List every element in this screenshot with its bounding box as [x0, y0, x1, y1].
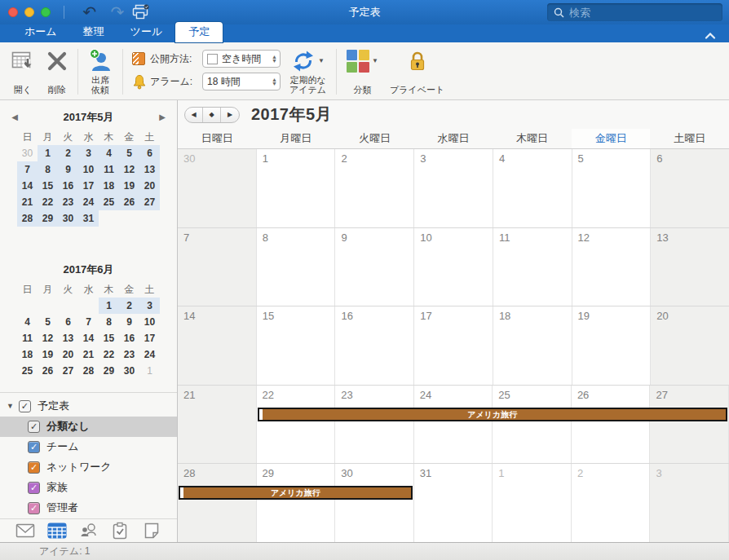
mini-cal-day[interactable]: 25: [17, 363, 38, 379]
mini-cal-day[interactable]: 9: [58, 161, 78, 178]
day-cell[interactable]: 8: [257, 228, 336, 306]
mini-cal-day[interactable]: 19: [119, 178, 139, 194]
mini-cal-day[interactable]: 14: [17, 178, 38, 194]
calendar-category-row[interactable]: ✓管理者: [0, 498, 177, 518]
mini-cal-day[interactable]: 16: [119, 330, 139, 346]
mini-cal-day[interactable]: 30: [58, 210, 78, 227]
calendar-group-row[interactable]: ▼✓予定表: [0, 396, 177, 417]
print-icon[interactable]: [131, 4, 159, 20]
mini-cal-day[interactable]: 20: [58, 346, 78, 363]
event-bar[interactable]: アメリカ旅行: [179, 486, 413, 500]
category-checkbox[interactable]: ✓: [28, 502, 40, 514]
mini-cal-day[interactable]: 6: [58, 314, 78, 330]
mini-cal-day[interactable]: 8: [99, 314, 119, 330]
mini-cal-day[interactable]: 18: [99, 178, 119, 194]
mini-cal-day[interactable]: 15: [99, 330, 119, 346]
tab-home[interactable]: ホーム: [11, 22, 70, 42]
day-cell[interactable]: 10: [414, 228, 493, 306]
mini-cal-day[interactable]: 6: [139, 145, 160, 161]
event-resize-handle[interactable]: [180, 487, 183, 498]
mini-cal-day[interactable]: 30: [17, 145, 38, 161]
day-cell[interactable]: 24: [414, 386, 493, 464]
mini-cal-day[interactable]: 9: [119, 314, 139, 330]
mini-cal-day[interactable]: 22: [38, 194, 58, 210]
mini-cal-day[interactable]: 13: [58, 330, 78, 346]
disclosure-triangle-icon[interactable]: ▼: [7, 402, 14, 410]
day-cell[interactable]: 18: [493, 306, 572, 385]
day-cell[interactable]: 28: [178, 464, 257, 542]
mini-cal-day[interactable]: 3: [139, 298, 160, 314]
show-as-dropdown[interactable]: 空き時間 ▲▼: [202, 50, 281, 68]
mini-cal-day[interactable]: 30: [119, 363, 139, 379]
mini-cal-day[interactable]: 1: [139, 363, 160, 379]
close-window-button[interactable]: [8, 7, 18, 17]
mini-cal-day[interactable]: 17: [78, 178, 99, 194]
mini-cal-day[interactable]: 23: [58, 194, 78, 210]
mini-cal-day[interactable]: 28: [17, 210, 38, 227]
day-cell[interactable]: 20: [651, 306, 729, 385]
invite-attendees-button[interactable]: 出席 依頼: [82, 46, 118, 98]
mini-cal-day[interactable]: 2: [58, 145, 78, 161]
category-checkbox[interactable]: ✓: [28, 421, 40, 433]
mini-cal-day[interactable]: 22: [99, 346, 119, 363]
mini-cal-day[interactable]: 26: [119, 194, 139, 210]
day-cell[interactable]: 31: [414, 464, 493, 542]
mini-cal-day[interactable]: 10: [139, 314, 160, 330]
mini-cal-day[interactable]: 11: [17, 330, 38, 346]
mini-cal-day[interactable]: 5: [38, 314, 58, 330]
category-checkbox[interactable]: ✓: [28, 461, 40, 474]
day-cell[interactable]: 29: [257, 464, 336, 542]
tab-tools[interactable]: ツール: [117, 22, 176, 42]
mini-cal-day[interactable]: 24: [139, 346, 160, 363]
private-button[interactable]: プライベート: [384, 46, 450, 98]
calendar-category-row[interactable]: ✓分類なし: [0, 417, 177, 437]
day-cell[interactable]: 2: [572, 464, 651, 542]
minimize-window-button[interactable]: [24, 7, 34, 17]
next-month-icon[interactable]: ▶: [221, 108, 239, 122]
mini-cal-day[interactable]: 27: [58, 363, 78, 379]
mail-icon[interactable]: [14, 521, 37, 540]
mini-cal-day[interactable]: 15: [38, 178, 58, 194]
prev-month-icon[interactable]: ◀: [185, 108, 203, 122]
recurrence-button[interactable]: ▼ 定期的な アイテム: [284, 46, 332, 98]
mini-cal-day[interactable]: 11: [99, 161, 119, 178]
day-cell[interactable]: 7: [178, 228, 257, 306]
day-cell[interactable]: 5: [572, 149, 652, 227]
mini-cal-day[interactable]: 27: [139, 194, 160, 210]
mini-cal-day[interactable]: 25: [99, 194, 119, 210]
calendar-icon[interactable]: [46, 521, 68, 540]
day-cell[interactable]: 12: [572, 228, 652, 306]
today-icon[interactable]: ◆: [203, 108, 221, 122]
day-cell[interactable]: 9: [335, 228, 414, 306]
day-cell[interactable]: 4: [493, 149, 572, 227]
calendar-category-row[interactable]: ✓家族: [0, 478, 177, 498]
day-cell[interactable]: 19: [572, 306, 652, 385]
mini-cal-day[interactable]: 16: [58, 178, 78, 194]
event-bar[interactable]: アメリカ旅行: [258, 408, 727, 421]
mini-cal-day[interactable]: 24: [78, 194, 99, 210]
mini-cal-day[interactable]: 10: [78, 161, 99, 178]
search-input[interactable]: [569, 7, 700, 19]
day-cell[interactable]: 1: [493, 464, 572, 542]
mini-cal-day[interactable]: 5: [119, 145, 139, 161]
day-cell[interactable]: 11: [493, 228, 572, 306]
category-checkbox[interactable]: ✓: [28, 441, 40, 453]
day-cell[interactable]: 25: [493, 386, 572, 464]
day-cell[interactable]: 30: [178, 149, 257, 227]
mini-cal-day[interactable]: 31: [78, 210, 99, 227]
mini-cal-day[interactable]: 4: [17, 314, 38, 330]
mini-cal-day[interactable]: 29: [38, 210, 58, 227]
mini-cal-day[interactable]: 20: [139, 178, 160, 194]
day-cell[interactable]: 13: [651, 228, 729, 306]
reminder-dropdown[interactable]: 18 時間 ▲▼: [202, 73, 281, 90]
day-cell[interactable]: 16: [335, 306, 414, 385]
day-cell[interactable]: 17: [414, 306, 493, 385]
mini-cal-day[interactable]: 19: [38, 346, 58, 363]
day-cell[interactable]: 23: [335, 386, 414, 464]
mini-cal-day[interactable]: 7: [78, 314, 99, 330]
day-cell[interactable]: 26: [572, 386, 651, 464]
mini-cal-day[interactable]: 1: [99, 298, 119, 314]
search-box[interactable]: [547, 3, 722, 21]
notes-icon[interactable]: [140, 521, 163, 540]
tab-organize[interactable]: 整理: [70, 22, 117, 42]
